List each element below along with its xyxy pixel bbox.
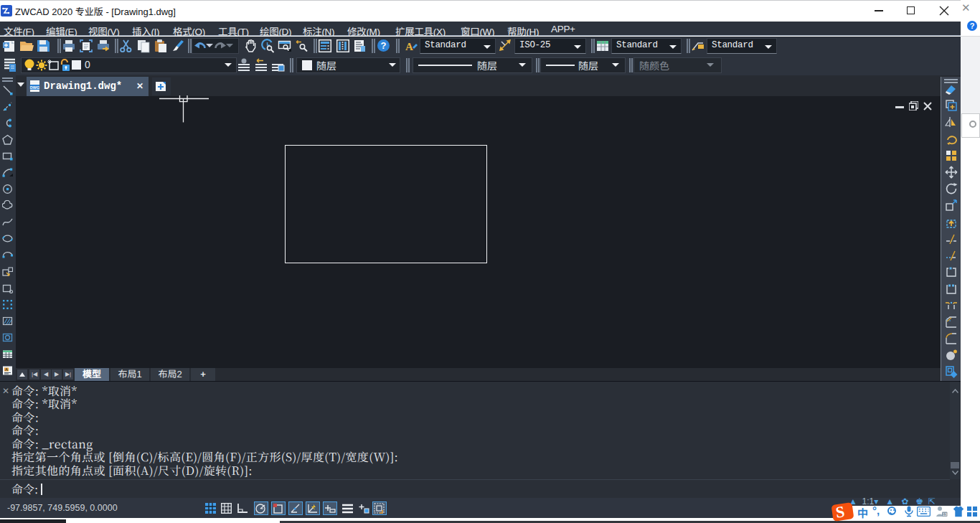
svg-text:13: 13 xyxy=(943,512,947,517)
svg-text:A: A xyxy=(405,41,413,52)
svg-text:DWG: DWG xyxy=(30,85,39,90)
svg-text:A: A xyxy=(5,367,8,372)
